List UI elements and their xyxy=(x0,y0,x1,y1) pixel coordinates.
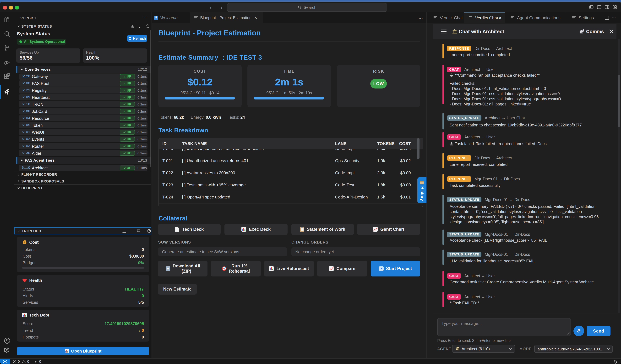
svg-text:$: $ xyxy=(24,241,25,244)
